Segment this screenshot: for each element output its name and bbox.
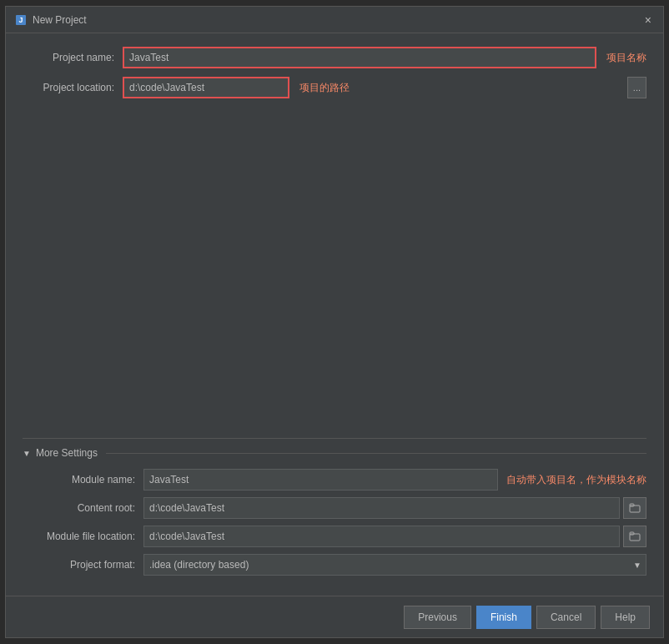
triangle-icon: ▼ bbox=[23, 449, 31, 458]
project-name-input-wrapper: 项目名称 bbox=[123, 47, 646, 68]
new-project-dialog: J New Project × Project name: 项目名称 Proje… bbox=[5, 6, 664, 638]
browse-button[interactable]: ... bbox=[627, 77, 646, 98]
content-root-browse-button[interactable] bbox=[623, 497, 646, 519]
project-location-placeholder: 项目的路径 bbox=[299, 81, 350, 95]
module-file-location-value: d:\code\JavaTest bbox=[143, 526, 620, 547]
finish-button[interactable]: Finish bbox=[476, 606, 531, 629]
dialog-footer: Previous Finish Cancel Help bbox=[6, 596, 663, 637]
project-format-wrapper: .idea (directory based) .ipr (file based… bbox=[143, 554, 646, 576]
module-file-location-label: Module file location: bbox=[23, 531, 143, 542]
title-bar-left: J New Project bbox=[14, 13, 87, 27]
project-location-row: Project location: 项目的路径 ... bbox=[23, 77, 646, 98]
more-settings-line bbox=[106, 453, 646, 454]
title-bar: J New Project × bbox=[6, 7, 663, 33]
dialog-content: Project name: 项目名称 Project location: 项目的… bbox=[6, 33, 663, 596]
content-root-wrapper: d:\code\JavaTest bbox=[143, 497, 646, 519]
project-location-label: Project location: bbox=[23, 82, 123, 93]
previous-button[interactable]: Previous bbox=[404, 606, 471, 629]
project-name-label: Project name: bbox=[23, 52, 123, 63]
cancel-button[interactable]: Cancel bbox=[536, 606, 596, 629]
project-location-input[interactable] bbox=[123, 77, 289, 98]
dialog-title: New Project bbox=[33, 14, 87, 26]
content-spacer bbox=[23, 107, 646, 438]
svg-text:J: J bbox=[18, 16, 23, 24]
project-name-placeholder: 项目名称 bbox=[606, 51, 646, 65]
more-settings-header[interactable]: ▼ More Settings bbox=[23, 447, 646, 459]
module-name-value: JavaTest bbox=[143, 469, 498, 491]
module-file-location-row: Module file location: d:\code\JavaTest bbox=[23, 526, 646, 547]
close-button[interactable]: × bbox=[641, 13, 655, 28]
module-file-location-wrapper: d:\code\JavaTest bbox=[143, 526, 646, 547]
help-button[interactable]: Help bbox=[601, 606, 650, 629]
project-format-row: Project format: .idea (directory based) … bbox=[23, 554, 646, 576]
more-settings-label: More Settings bbox=[36, 447, 98, 459]
project-location-input-wrapper: 项目的路径 ... bbox=[123, 77, 646, 98]
module-name-label: Module name: bbox=[23, 474, 143, 486]
module-name-row: Module name: JavaTest 自动带入项目名，作为模块名称 bbox=[23, 469, 646, 491]
more-settings-section: ▼ More Settings Module name: JavaTest 自动… bbox=[23, 438, 646, 582]
project-format-select[interactable]: .idea (directory based) .ipr (file based… bbox=[143, 554, 646, 576]
new-project-icon: J bbox=[14, 13, 28, 27]
module-file-location-browse-button[interactable] bbox=[623, 526, 646, 547]
content-root-value: d:\code\JavaTest bbox=[143, 497, 620, 519]
module-name-annotation: 自动带入项目名，作为模块名称 bbox=[506, 473, 646, 487]
project-format-label: Project format: bbox=[23, 559, 143, 571]
project-name-input[interactable] bbox=[123, 47, 596, 68]
content-root-label: Content root: bbox=[23, 502, 143, 514]
project-name-row: Project name: 项目名称 bbox=[23, 47, 646, 68]
content-root-row: Content root: d:\code\JavaTest bbox=[23, 497, 646, 519]
